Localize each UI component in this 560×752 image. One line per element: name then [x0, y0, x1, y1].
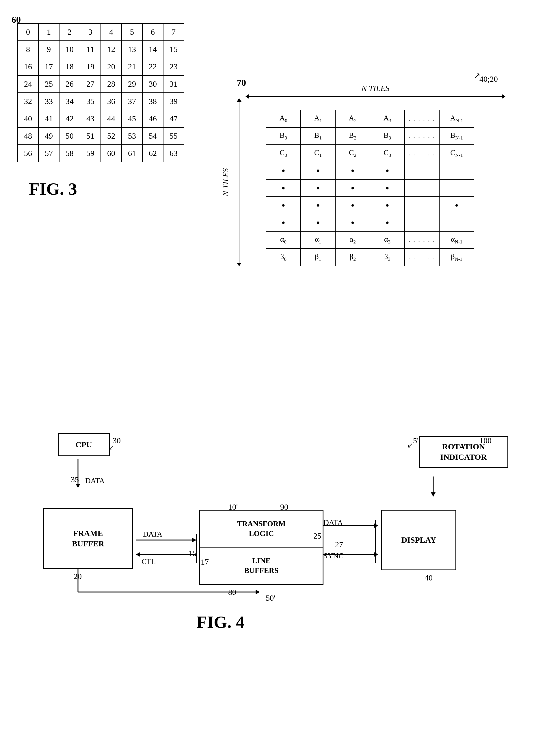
- grid-cell: 13: [122, 41, 142, 58]
- matrix-cell: [405, 179, 439, 197]
- sync-label: SYNC: [323, 552, 343, 560]
- grid-cell: 40: [18, 110, 38, 127]
- matrix-cell: •: [335, 214, 370, 231]
- matrix-cell: B3: [370, 127, 405, 145]
- display-block: DISPLAY: [381, 510, 456, 570]
- matrix-cell: α0: [266, 231, 301, 249]
- matrix-cell: •: [335, 197, 370, 214]
- label-70-arrow: 70: [237, 77, 246, 88]
- fig3-grid: 0123456789101112131415161718192021222324…: [17, 23, 184, 162]
- rotation-indicator-block: ROTATION INDICATOR: [419, 436, 508, 468]
- matrix-cell: β3: [370, 249, 405, 266]
- transform-logic-block: TRANSFORM LOGIC: [200, 511, 323, 548]
- matrix-cell: B0: [266, 127, 301, 145]
- svg-marker-8: [256, 590, 260, 594]
- grid-cell: 48: [18, 127, 38, 145]
- grid-cell: 57: [38, 145, 59, 162]
- grid-cell: 55: [163, 127, 184, 145]
- grid-cell: 46: [142, 110, 163, 127]
- label-60: 60: [12, 15, 21, 25]
- matrix-cell: •: [370, 179, 405, 197]
- grid-cell: 17: [38, 58, 59, 75]
- grid-cell: 36: [101, 93, 122, 110]
- matrix-cell: C1: [301, 145, 335, 162]
- ref-40: 40: [424, 573, 433, 583]
- line-buffers-block: LINE BUFFERS: [200, 548, 323, 584]
- matrix-cell: A2: [335, 110, 370, 127]
- grid-cell: 47: [163, 110, 184, 127]
- grid-cell: 16: [18, 58, 38, 75]
- grid-cell: 50: [59, 127, 80, 145]
- matrix-cell: A1: [301, 110, 335, 127]
- matrix-cell: •: [301, 197, 335, 214]
- svg-marker-1: [76, 484, 80, 488]
- matrix-cell: A0: [266, 110, 301, 127]
- matrix-cell: BN-1: [439, 127, 474, 145]
- grid-cell: 31: [163, 75, 184, 93]
- grid-cell: 34: [59, 93, 80, 110]
- ref-27: 27: [335, 540, 343, 549]
- matrix-cell: •: [439, 197, 474, 214]
- grid-cell: 30: [142, 75, 163, 93]
- matrix-cell: βN-1: [439, 249, 474, 266]
- grid-cell: 43: [80, 110, 101, 127]
- matrix-cell: •: [335, 162, 370, 179]
- grid-cell: 14: [142, 41, 163, 58]
- grid-cell: 12: [101, 41, 122, 58]
- n-tiles-vert: [237, 98, 241, 266]
- grid-cell: 27: [80, 75, 101, 93]
- grid-cell: 3: [80, 23, 101, 41]
- grid-cell: 37: [122, 93, 142, 110]
- matrix-cell: •: [301, 179, 335, 197]
- matrix-cell: •: [301, 214, 335, 231]
- ctl-label: CTL: [141, 557, 156, 566]
- grid-cell: 51: [80, 127, 101, 145]
- grid-cell: 28: [101, 75, 122, 93]
- matrix-container: N TILES A0A1A2A3. . . . . .AN-1B0B1B2B3.…: [254, 98, 474, 266]
- matrix-cell: •: [370, 162, 405, 179]
- ref-35: 35: [71, 475, 79, 484]
- grid-cell: 7: [163, 23, 184, 41]
- ref-17: 17: [201, 557, 209, 567]
- grid-cell: 61: [122, 145, 142, 162]
- matrix-cell: •: [266, 197, 301, 214]
- data-label-3: DATA: [323, 519, 343, 527]
- matrix-cell: [405, 197, 439, 214]
- grid-cell: 29: [122, 75, 142, 93]
- grid-cell: 38: [142, 93, 163, 110]
- svg-marker-10: [136, 552, 140, 557]
- matrix-cell: AN-1: [439, 110, 474, 127]
- grid-cell: 18: [59, 58, 80, 75]
- grid-cell: 41: [38, 110, 59, 127]
- grid-cell: 45: [122, 110, 142, 127]
- grid-cell: 33: [38, 93, 59, 110]
- matrix-cell: α2: [335, 231, 370, 249]
- grid-cell: 19: [80, 58, 101, 75]
- fig4-title: FIG. 4: [196, 612, 245, 632]
- grid-cell: 39: [163, 93, 184, 110]
- grid-cell: 23: [163, 58, 184, 75]
- matrix-cell: α1: [301, 231, 335, 249]
- grid-cell: 59: [80, 145, 101, 162]
- ref-100: 100: [479, 436, 492, 445]
- matrix-cell: B1: [301, 127, 335, 145]
- ref-4020: 40;20: [479, 75, 498, 84]
- grid-cell: 53: [122, 127, 142, 145]
- grid-cell: 9: [38, 41, 59, 58]
- grid-cell: 60: [101, 145, 122, 162]
- matrix-cell: [439, 214, 474, 231]
- matrix-cell: C0: [266, 145, 301, 162]
- grid-cell: 15: [163, 41, 184, 58]
- grid-cell: 26: [59, 75, 80, 93]
- matrix-cell: A3: [370, 110, 405, 127]
- matrix-cell: [405, 214, 439, 231]
- grid-cell: 22: [142, 58, 163, 75]
- matrix-cell: •: [266, 162, 301, 179]
- ref-50p: 50': [266, 593, 275, 603]
- grid-cell: 1: [38, 23, 59, 41]
- matrix-cell: . . . . . .: [405, 145, 439, 162]
- grid-cell: 32: [18, 93, 38, 110]
- matrix-cell: C3: [370, 145, 405, 162]
- matrix-cell: αN-1: [439, 231, 474, 249]
- grid-cell: 24: [18, 75, 38, 93]
